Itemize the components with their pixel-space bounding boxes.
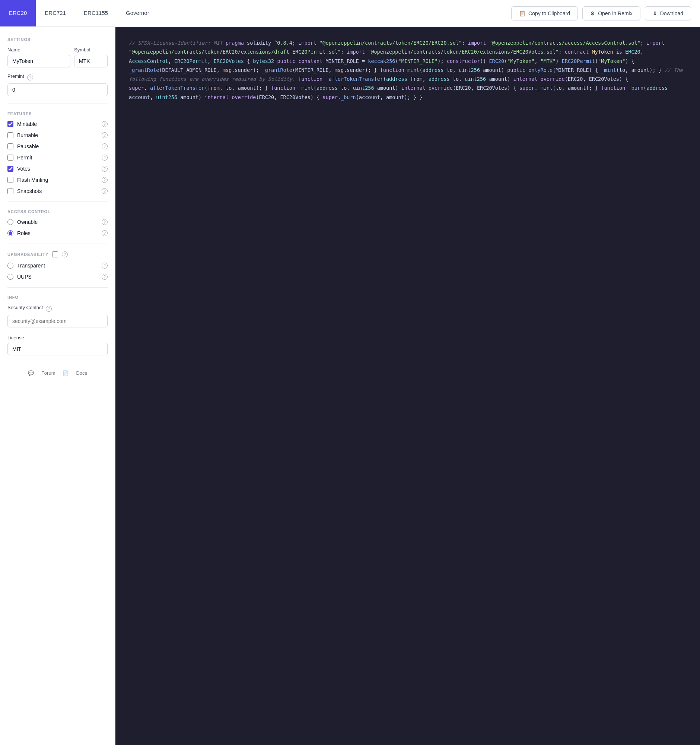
feature-flash-minting[interactable]: Flash Minting ? (7, 177, 107, 183)
sidebar-footer: 💬 Forum 📄 Docs (7, 363, 107, 383)
uups-label: UUPS (17, 274, 98, 280)
symbol-label: Symbol (74, 47, 107, 52)
feature-mintable[interactable]: Mintable ? (7, 121, 107, 127)
access-divider (7, 244, 107, 244)
docs-link[interactable]: Docs (76, 370, 87, 376)
upgradeability-row: UPGRADEABILITY ? (7, 251, 107, 257)
access-section-label: ACCESS CONTROL (7, 209, 107, 214)
info-section-label: INFO (7, 295, 107, 299)
mintable-help-icon[interactable]: ? (101, 121, 107, 127)
name-field-group: Name (7, 47, 70, 67)
settings-section-label: SETTINGS (7, 37, 107, 42)
feature-pausable[interactable]: Pausable ? (7, 144, 107, 150)
main-layout: SETTINGS Name Symbol Premint ? FEATURES (0, 27, 700, 745)
burnable-label: Burnable (17, 132, 98, 138)
flash-minting-checkbox[interactable] (7, 177, 13, 183)
burnable-help-icon[interactable]: ? (101, 132, 107, 138)
tab-erc1155[interactable]: ERC1155 (75, 0, 117, 27)
permit-help-icon[interactable]: ? (101, 155, 107, 160)
uups-radio[interactable] (7, 274, 13, 280)
upgradeability-list: Transparent ? UUPS ? (7, 263, 107, 280)
snapshots-label: Snapshots (17, 188, 98, 194)
forum-link[interactable]: Forum (41, 370, 55, 376)
mintable-label: Mintable (17, 121, 98, 127)
pausable-label: Pausable (17, 144, 98, 150)
pausable-help-icon[interactable]: ? (101, 144, 107, 150)
tab-erc721[interactable]: ERC721 (36, 0, 75, 27)
uups-help-icon[interactable]: ? (101, 274, 107, 280)
license-field-group: License (7, 335, 107, 355)
snapshots-help-icon[interactable]: ? (101, 188, 107, 194)
forum-icon: 💬 (28, 370, 34, 376)
roles-help-icon[interactable]: ? (101, 230, 107, 236)
flash-minting-label: Flash Minting (17, 177, 98, 183)
upgradeability-help-icon[interactable]: ? (62, 251, 68, 257)
votes-help-icon[interactable]: ? (101, 166, 107, 172)
premint-input[interactable] (7, 84, 107, 96)
open-in-remix-button[interactable]: ⚙ Open in Remix (582, 6, 640, 21)
copy-to-clipboard-button[interactable]: 📋 Copy to Clipboard (511, 6, 578, 21)
feature-votes[interactable]: Votes ? (7, 166, 107, 172)
permit-label: Permit (17, 155, 98, 160)
snapshots-checkbox[interactable] (7, 188, 13, 194)
security-input[interactable] (7, 315, 107, 328)
feature-permit[interactable]: Permit ? (7, 155, 107, 160)
download-button[interactable]: ⇓ Download (645, 6, 691, 21)
upgradeability-checkbox[interactable] (52, 251, 58, 257)
upgrade-transparent[interactable]: Transparent ? (7, 263, 107, 269)
access-list: Ownable ? Roles ? (7, 219, 107, 236)
symbol-field-group: Symbol (74, 47, 107, 67)
upgrade-uups[interactable]: UUPS ? (7, 274, 107, 280)
flash-minting-help-icon[interactable]: ? (101, 177, 107, 183)
features-list: Mintable ? Burnable ? Pausable ? Permit … (7, 121, 107, 194)
upgradeability-divider (7, 287, 107, 287)
transparent-label: Transparent (17, 263, 98, 269)
votes-checkbox[interactable] (7, 166, 13, 172)
premint-field-group: Premint ? (7, 73, 107, 96)
pausable-checkbox[interactable] (7, 144, 13, 150)
code-block: // SPDX-License-Identifier: MIT pragma s… (129, 40, 683, 100)
features-divider (7, 202, 107, 202)
security-field-group: Security Contact ? (7, 305, 107, 328)
header-actions: 📋 Copy to Clipboard ⚙ Open in Remix ⇓ Do… (511, 6, 700, 21)
ownable-help-icon[interactable]: ? (101, 219, 107, 225)
code-panel: // SPDX-License-Identifier: MIT pragma s… (115, 27, 700, 745)
premint-label: Premint (7, 73, 24, 79)
settings-divider (7, 103, 107, 104)
features-section-label: FEATURES (7, 111, 107, 116)
ownable-radio[interactable] (7, 219, 13, 225)
permit-checkbox[interactable] (7, 155, 13, 160)
tab-erc20[interactable]: ERC20 (0, 0, 36, 27)
sidebar: SETTINGS Name Symbol Premint ? FEATURES (0, 27, 115, 745)
roles-label: Roles (17, 230, 98, 236)
transparent-help-icon[interactable]: ? (101, 263, 107, 269)
feature-burnable[interactable]: Burnable ? (7, 132, 107, 138)
symbol-input[interactable] (74, 55, 107, 67)
tab-governor[interactable]: Governor (117, 0, 158, 27)
access-roles[interactable]: Roles ? (7, 230, 107, 236)
license-label: License (7, 335, 107, 341)
name-symbol-row: Name Symbol (7, 47, 107, 67)
download-icon: ⇓ (653, 10, 657, 16)
name-input[interactable] (7, 55, 70, 67)
security-help-icon[interactable]: ? (46, 306, 52, 312)
clipboard-icon: 📋 (519, 10, 525, 16)
ownable-label: Ownable (17, 219, 98, 225)
docs-icon: 📄 (63, 370, 69, 376)
votes-label: Votes (17, 166, 98, 172)
feature-snapshots[interactable]: Snapshots ? (7, 188, 107, 194)
name-label: Name (7, 47, 70, 52)
burnable-checkbox[interactable] (7, 132, 13, 138)
mintable-checkbox[interactable] (7, 121, 13, 127)
remix-icon: ⚙ (590, 10, 595, 16)
upgradeability-section-label: UPGRADEABILITY (7, 252, 48, 257)
access-ownable[interactable]: Ownable ? (7, 219, 107, 225)
transparent-radio[interactable] (7, 263, 13, 269)
premint-help-icon[interactable]: ? (27, 75, 33, 81)
security-label: Security Contact (7, 305, 43, 310)
roles-radio[interactable] (7, 230, 13, 236)
header: ERC20 ERC721 ERC1155 Governor 📋 Copy to … (0, 0, 700, 27)
license-input[interactable] (7, 343, 107, 355)
